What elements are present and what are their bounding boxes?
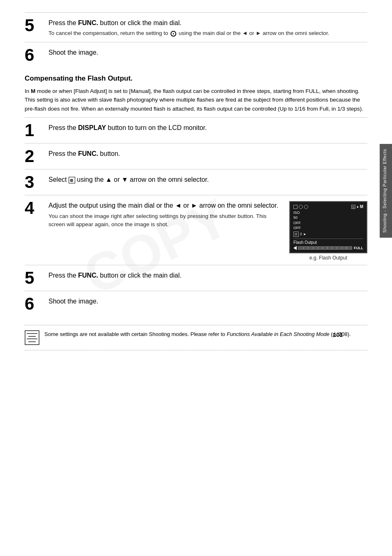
cam-icon-m: M [360, 204, 363, 209]
arrow-down-icon [122, 176, 128, 183]
step-3: 3 Select ▦ using the or arrow on the omn… [25, 169, 367, 195]
cam-icons-right: ⊡ ♦ M [351, 204, 363, 209]
dot [337, 248, 337, 248]
step-5-bottom-title: Press the FUNC. button or click the main… [48, 271, 367, 280]
note-icon [25, 330, 39, 345]
note-line-3 [27, 338, 37, 339]
cam-icon-diamond: ♦ [357, 205, 359, 209]
cam-icon-square [293, 205, 297, 209]
arrow-left-4 [175, 202, 182, 209]
step-1-content: Press the DISPLAY button to turn on the … [48, 123, 367, 134]
dot [327, 248, 328, 248]
cam-icon-circle [299, 205, 303, 209]
step-6-bottom-content: Shoot the image. [48, 297, 367, 308]
section-body: In M mode or when [Flash Adjust] is set … [25, 87, 367, 114]
dot [308, 248, 309, 248]
dot [303, 248, 304, 248]
step-5-top: 5 Press the FUNC. button or click the ma… [25, 12, 367, 42]
cam-iso: ISO50 [293, 211, 363, 220]
cam-bar-dots [298, 247, 352, 249]
arrow-right-4 [191, 202, 198, 209]
note-text: Some settings are not available with cer… [44, 330, 351, 338]
cam-flash-select: ⊡ 2 [293, 232, 363, 237]
cam-flash-val: 2 [300, 232, 302, 237]
step-2: 2 Press the FUNC. button. [25, 143, 367, 169]
step-6-top-content: Shoot the image. [48, 48, 367, 59]
cam-settings: ISO50 OFF OFF ⊡ 2 [293, 211, 363, 237]
step-2-content: Press the FUNC. button. [48, 149, 367, 160]
cam-off2: OFF [293, 225, 363, 231]
step-number-4: 4 [25, 199, 43, 217]
step-5-top-content: Press the FUNC. button or click the main… [48, 19, 367, 38]
step-6-bottom: 6 Shoot the image. [25, 291, 367, 317]
dot [322, 248, 323, 248]
step-number-2: 2 [25, 148, 43, 165]
step-number-6-top: 6 [25, 46, 43, 64]
cam-arrow-right [303, 232, 307, 236]
note-line-4 [28, 341, 36, 342]
dot [346, 248, 347, 248]
arrow-right-icon [256, 30, 261, 36]
side-tab: Shooting - Selecting Particular Effects [380, 144, 392, 238]
step-number-5-top: 5 [25, 17, 43, 34]
cam-bar-triangle [293, 246, 297, 250]
step-5-bottom: 5 Press the FUNC. button or click the ma… [25, 265, 367, 291]
zero-symbol [171, 31, 176, 37]
page-number: 101 [333, 331, 343, 338]
cam-flash-box: ⊡ [293, 232, 299, 237]
note-line-1 [27, 333, 37, 334]
step-number-5-bottom: 5 [25, 269, 43, 287]
cam-off1: OFF [293, 220, 363, 226]
dot [341, 248, 342, 248]
dot [332, 248, 332, 248]
cam-bar-row: FULL [293, 246, 363, 250]
note-line-2 [28, 336, 36, 337]
step-4-content: Adjust the output using the main dial or… [48, 201, 367, 261]
step-4-subtitle: You can shoot the image right after sele… [48, 212, 283, 229]
cam-icons-left [293, 204, 308, 209]
section-heading: Compensating the Flash Output. [25, 74, 367, 83]
cam-bar [298, 246, 352, 250]
step-6-bottom-title: Shoot the image. [48, 297, 367, 306]
step-number-6-bottom: 6 [25, 295, 43, 313]
step-5-bottom-content: Press the FUNC. button or click the main… [48, 271, 367, 282]
step-1: 1 Press the DISPLAY button to turn on th… [25, 117, 367, 143]
cam-top-row: ⊡ ♦ M [293, 204, 363, 209]
cam-full-label: FULL [354, 246, 363, 250]
step-6-top: 6 Shoot the image. [25, 42, 367, 68]
camera-screen: ⊡ ♦ M ISO50 OFF OFF ⊡ [289, 201, 367, 253]
step-4-text: Adjust the output using the main dial or… [48, 201, 283, 229]
cam-icon-bracket: ⊡ [351, 205, 355, 209]
step-6-top-title: Shoot the image. [48, 48, 367, 57]
step-number-3: 3 [25, 174, 43, 191]
cam-flash-label: Flash Output [293, 239, 363, 245]
step-number-1: 1 [25, 122, 43, 139]
step-4: 4 Adjust the output using the main dial … [25, 195, 367, 265]
dot [313, 248, 314, 248]
step-3-title: Select ▦ using the or arrow on the omni … [48, 175, 367, 184]
step-3-content: Select ▦ using the or arrow on the omni … [48, 175, 367, 186]
cam-icon-circle2 [304, 205, 308, 209]
dot [318, 248, 318, 248]
step-4-image-area: ⊡ ♦ M ISO50 OFF OFF ⊡ [289, 201, 367, 261]
step-5-top-title: Press the FUNC. button or click the main… [48, 19, 367, 28]
step-2-title: Press the FUNC. button. [48, 149, 367, 158]
note-section: Some settings are not available with cer… [25, 325, 367, 350]
step-1-title: Press the DISPLAY button to turn on the … [48, 123, 367, 132]
step-5-top-subtitle: To cancel the compensation, return the s… [48, 29, 367, 37]
step-4-title: Adjust the output using the main dial or… [48, 201, 283, 210]
grid-symbol: ▦ [69, 177, 75, 183]
cam-caption: e.g. Flash Output [289, 255, 367, 261]
arrow-left-icon [242, 30, 247, 36]
arrow-up-icon [106, 176, 112, 183]
